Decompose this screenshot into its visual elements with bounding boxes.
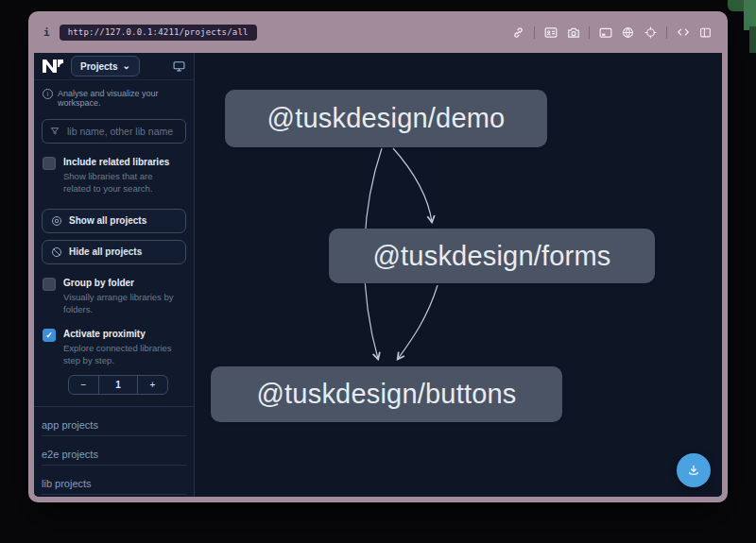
title-bar: i http://127.0.0.1:4211/projects/all [34, 11, 722, 53]
wallpaper-blob [749, 26, 756, 53]
activate-proximity-label: Activate proximity [63, 328, 185, 340]
partial-project-row [42, 495, 186, 497]
activate-proximity-description: Explore connected libraries step by step… [63, 342, 185, 367]
eye-off-icon [51, 246, 62, 258]
activate-proximity-row: ✓ Activate proximity Explore connected l… [34, 315, 194, 367]
camera-icon[interactable] [566, 25, 580, 40]
desktop: i http://127.0.0.1:4211/projects/all [0, 0, 756, 543]
group-by-folder-checkbox[interactable] [43, 278, 56, 291]
project-node-buttons[interactable]: @tuskdesign/buttons [211, 366, 562, 422]
group-by-folder-row: Group by folder Visually arrange librari… [34, 264, 194, 316]
url-text: http://127.0.0.1:4211/projects/all [68, 27, 249, 37]
info-icon: i [43, 26, 50, 39]
nx-logo [43, 59, 63, 74]
titlebar-actions [511, 25, 713, 40]
divider [589, 26, 590, 39]
hide-all-projects-button[interactable]: Hide all projects [42, 240, 186, 264]
sidebar: Projects ⌄ i Analyse and visualize your … [34, 53, 195, 497]
section-e2e-projects[interactable]: e2e projects [42, 436, 186, 466]
project-node-demo[interactable]: @tuskdesign/demo [225, 90, 547, 147]
download-icon [686, 463, 701, 478]
activate-proximity-checkbox[interactable]: ✓ [43, 329, 56, 342]
divider [534, 26, 535, 39]
project-sections: app projects e2e projects lib projects [34, 406, 194, 497]
projects-dropdown-label: Projects [80, 61, 117, 72]
app-window: i http://127.0.0.1:4211/projects/all [28, 11, 728, 502]
divider [666, 26, 667, 39]
stepper-increment-button[interactable]: + [138, 376, 167, 394]
include-related-label: Include related libraries [63, 156, 185, 168]
stepper-value: 1 [98, 376, 138, 394]
download-graph-button[interactable] [677, 453, 711, 487]
filter-icon [50, 127, 60, 136]
section-lib-projects[interactable]: lib projects [42, 466, 186, 495]
sidebar-header: Projects ⌄ [34, 53, 194, 80]
proximity-stepper: − 1 + [68, 375, 168, 395]
stepper-decrement-button[interactable]: − [69, 376, 98, 394]
globe-icon[interactable] [621, 25, 635, 40]
chevron-down-icon: ⌄ [122, 60, 129, 71]
group-by-folder-label: Group by folder [63, 277, 185, 289]
library-search[interactable] [42, 119, 186, 144]
window-content: Projects ⌄ i Analyse and visualize your … [34, 53, 722, 497]
columns-icon[interactable] [698, 25, 713, 40]
eye-icon [51, 215, 62, 227]
include-related-checkbox[interactable] [43, 157, 56, 170]
monitor-icon[interactable] [173, 60, 185, 72]
section-app-projects[interactable]: app projects [42, 407, 186, 436]
info-icon: i [43, 89, 53, 99]
projects-dropdown[interactable]: Projects ⌄ [71, 56, 140, 76]
include-related-description: Show libraries that are related to your … [63, 170, 185, 195]
project-node-forms[interactable]: @tuskdesign/forms [329, 229, 655, 283]
code-icon[interactable] [676, 25, 690, 40]
pip-window-icon[interactable] [598, 25, 612, 40]
link-icon[interactable] [511, 25, 525, 40]
include-related-row: Include related libraries Show libraries… [34, 147, 194, 195]
edge-forms-buttons [398, 285, 438, 359]
show-all-projects-button[interactable]: Show all projects [42, 209, 186, 233]
graph-canvas[interactable]: @tuskdesign/demo @tuskdesign/forms @tusk… [195, 53, 722, 497]
crosshair-icon[interactable] [644, 25, 658, 40]
search-input[interactable] [65, 125, 178, 138]
group-by-folder-description: Visually arrange libraries by folders. [63, 291, 185, 316]
url-bar[interactable]: http://127.0.0.1:4211/projects/all [60, 25, 257, 41]
edge-demo-forms [393, 148, 432, 222]
id-card-icon[interactable] [543, 25, 558, 40]
workspace-tagline: i Analyse and visualize your workspace. [34, 80, 194, 111]
